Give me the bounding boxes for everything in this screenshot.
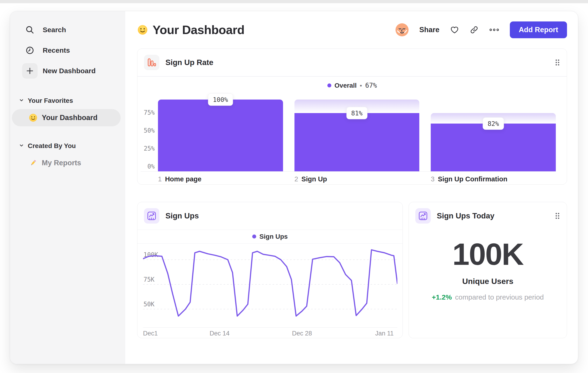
line-chart-icon xyxy=(144,208,159,223)
funnel-bar-fill xyxy=(158,100,283,171)
sign-up-rate-card: Sign Up Rate Overall • 67% 75%50%25%0% 1… xyxy=(137,49,567,185)
sidebar-item-label: Your Dashboard xyxy=(42,113,97,122)
sidebar-section-created-by-you: Created By YouMy Reports xyxy=(10,139,125,171)
svg-text:50K: 50K xyxy=(144,301,155,308)
smiley-icon xyxy=(29,113,38,122)
search-icon xyxy=(22,22,38,38)
legend-separator: • xyxy=(360,82,362,89)
funnel-value-tooltip: 100% xyxy=(208,93,233,106)
dashboard-header: Your Dashboard Share Add Report xyxy=(137,11,567,49)
funnel-step-label: 2Sign Up xyxy=(294,175,420,183)
legend-value: 67% xyxy=(365,81,377,89)
card-title: Sign Ups Today xyxy=(437,212,494,220)
chevron-down-icon xyxy=(19,142,24,150)
stat-delta-note: compared to previous period xyxy=(455,293,544,301)
favorite-heart-icon[interactable] xyxy=(450,25,459,34)
legend-dot xyxy=(252,234,256,239)
avatar[interactable] xyxy=(396,23,409,36)
sidebar-nav: SearchRecentsNew Dashboard xyxy=(10,20,125,81)
funnel-value-tooltip: 82% xyxy=(483,117,504,130)
drag-handle-icon[interactable] xyxy=(555,212,560,220)
legend-dot xyxy=(327,83,331,87)
funnel-bar-home-page[interactable]: 100% xyxy=(158,100,283,171)
sidebar-item-recents[interactable]: Recents xyxy=(10,40,125,60)
cards-row: Sign Ups Sign Ups 100K75K50KDec1Dec 14De… xyxy=(137,202,567,338)
funnel-y-axis: 75%50%25%0% xyxy=(141,100,155,171)
funnel-bar-fill xyxy=(431,123,556,171)
line-legend[interactable]: Sign Ups xyxy=(137,230,402,244)
sidebar-item-your-dashboard[interactable]: Your Dashboard xyxy=(12,109,121,126)
legend-label: Overall xyxy=(335,82,357,89)
svg-text:Dec 14: Dec 14 xyxy=(210,330,230,337)
funnel-bar-fill xyxy=(294,113,420,171)
sidebar-item-label: Search xyxy=(43,26,66,34)
sidebar-section-label: Created By You xyxy=(28,142,76,150)
header-actions: Share Add Report xyxy=(396,21,567,38)
sidebar-item-my-reports[interactable]: My Reports xyxy=(12,154,121,171)
page-title: Your Dashboard xyxy=(153,23,244,37)
sidebar-section-header[interactable]: Created By You xyxy=(10,139,125,153)
share-button[interactable]: Share xyxy=(419,26,439,34)
sidebar-section-label: Your Favorites xyxy=(28,97,73,104)
y-axis-tick: 50% xyxy=(144,127,155,134)
stat-delta: +1.2% xyxy=(432,293,452,301)
chevron-down-icon xyxy=(19,97,24,104)
sidebar-sections: Your FavoritesYour DashboardCreated By Y… xyxy=(10,94,125,171)
sidebar-item-search[interactable]: Search xyxy=(10,20,125,40)
sidebar-item-label: New Dashboard xyxy=(43,67,96,75)
add-report-button[interactable]: Add Report xyxy=(510,21,567,38)
pencil-icon xyxy=(29,159,38,167)
copy-link-icon[interactable] xyxy=(470,25,479,34)
background-window-edge xyxy=(0,0,588,3)
legend-label: Sign Ups xyxy=(260,233,288,240)
main-content: Your Dashboard Share Add Report Sign Up … xyxy=(125,11,578,364)
sign-ups-today-card: Sign Ups Today 100K Unique Users +1.2% c… xyxy=(409,202,567,338)
sign-ups-card-header: Sign Ups xyxy=(137,202,402,230)
y-axis-tick: 75% xyxy=(144,109,155,116)
sidebar: SearchRecentsNew Dashboard Your Favorite… xyxy=(10,11,125,364)
svg-text:75K: 75K xyxy=(144,276,155,283)
sidebar-section-your-favorites: Your FavoritesYour Dashboard xyxy=(10,94,125,126)
funnel-chart: 75%50%25%0% 100%81%82% 1Home page2Sign U… xyxy=(137,94,567,184)
y-axis-tick: 0% xyxy=(147,163,155,170)
funnel-chart-icon xyxy=(144,55,159,70)
sidebar-section-header[interactable]: Your Favorites xyxy=(10,94,125,108)
sidebar-item-new-dashboard[interactable]: New Dashboard xyxy=(10,60,125,81)
svg-text:Dec1: Dec1 xyxy=(143,330,158,337)
app-window: SearchRecentsNew Dashboard Your Favorite… xyxy=(10,11,578,364)
funnel-bars: 100%81%82% xyxy=(158,100,556,171)
plus-icon xyxy=(22,63,38,79)
line-chart-icon xyxy=(415,208,431,223)
drag-handle-icon[interactable] xyxy=(555,59,560,66)
stat-label: Unique Users xyxy=(462,277,513,286)
sidebar-item-label: My Reports xyxy=(42,159,81,167)
funnel-step-label: 3Sign Up Confirmation xyxy=(431,175,556,183)
svg-text:Dec 28: Dec 28 xyxy=(292,330,312,337)
y-axis-tick: 25% xyxy=(144,145,155,152)
svg-text:Jan 11: Jan 11 xyxy=(375,330,394,337)
more-options-icon[interactable] xyxy=(489,28,499,32)
stat-delta-row: +1.2% compared to previous period xyxy=(432,293,544,301)
funnel-legend[interactable]: Overall • 67% xyxy=(137,77,567,94)
sidebar-item-label: Recents xyxy=(43,46,70,54)
funnel-bar-sign-up-confirmation[interactable]: 82% xyxy=(431,100,556,171)
card-title: Sign Up Rate xyxy=(165,58,213,67)
stat-body: 100K Unique Users +1.2% compared to prev… xyxy=(409,239,567,301)
funnel-value-tooltip: 81% xyxy=(346,107,368,119)
dashboard-title-emoji xyxy=(137,24,148,35)
funnel-bar-sign-up[interactable]: 81% xyxy=(294,100,420,171)
card-title: Sign Ups xyxy=(165,212,199,220)
funnel-step-label: 1Home page xyxy=(158,175,283,183)
line-chart[interactable]: 100K75K50KDec1Dec 14Dec 28Jan 11 xyxy=(137,244,402,338)
clock-icon xyxy=(22,43,38,58)
stat-value: 100K xyxy=(452,239,523,270)
sign-ups-card: Sign Ups Sign Ups 100K75K50KDec1Dec 14De… xyxy=(137,202,403,338)
sign-up-rate-card-header: Sign Up Rate xyxy=(137,49,567,76)
sign-ups-today-card-header: Sign Ups Today xyxy=(409,202,567,230)
funnel-step-labels: 1Home page2Sign Up3Sign Up Confirmation xyxy=(141,171,556,184)
